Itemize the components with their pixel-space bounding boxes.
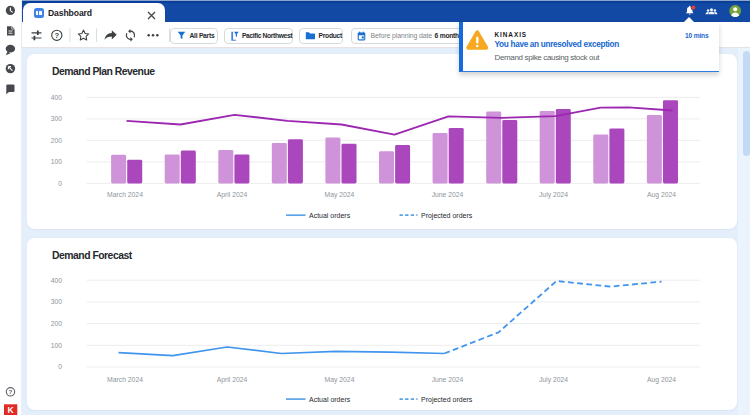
svg-text:Projected orders: Projected orders [420,212,472,220]
svg-text:300: 300 [50,115,62,122]
svg-text:K: K [8,405,15,415]
svg-text:Actual orders: Actual orders [309,396,351,403]
svg-text:300: 300 [50,299,62,306]
svg-text:April 2024: April 2024 [216,376,247,384]
svg-text:Projected orders: Projected orders [421,396,473,404]
svg-text:Aug 2024: Aug 2024 [646,376,675,384]
svg-text:Actual orders: Actual orders [309,212,351,219]
svg-text:100: 100 [50,158,62,165]
svg-text:March 2024: March 2024 [107,376,143,383]
svg-text:July 2024: July 2024 [538,191,567,199]
svg-text:July 2024: July 2024 [538,376,567,384]
svg-text:400: 400 [50,94,62,101]
svg-text:June 2024: June 2024 [431,376,463,383]
svg-text:200: 200 [50,320,62,327]
svg-text:Aug 2024: Aug 2024 [646,191,675,199]
svg-text:June 2024: June 2024 [431,191,463,198]
svg-text:March 2024: March 2024 [107,191,143,198]
svg-text:?: ? [9,388,13,395]
svg-text:May 2024: May 2024 [324,376,354,384]
svg-text:100: 100 [50,342,62,349]
svg-text:400: 400 [50,277,62,284]
svg-text:May 2024: May 2024 [324,191,354,199]
svg-text:0: 0 [58,364,62,371]
svg-text:April 2024: April 2024 [216,191,247,199]
svg-text:200: 200 [50,137,62,144]
svg-text:?: ? [55,31,60,40]
svg-text:0: 0 [58,180,62,187]
